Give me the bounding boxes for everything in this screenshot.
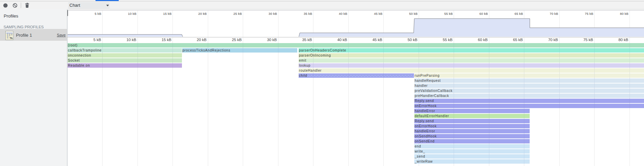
svg-text:%: % bbox=[10, 36, 13, 40]
